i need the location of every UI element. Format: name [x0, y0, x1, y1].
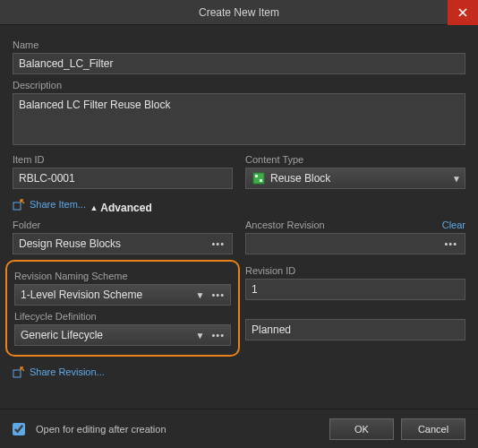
ancestor-field[interactable]: ••• — [245, 233, 465, 254]
svg-rect-4 — [13, 370, 21, 377]
lifecycle-browse-button[interactable]: ••• — [209, 330, 226, 340]
lifecycle-state-field: Planned — [245, 319, 465, 340]
chevron-down-icon: ▼ — [196, 331, 205, 340]
revision-id-label: Revision ID — [245, 265, 465, 276]
chevron-down-icon: ▼ — [196, 290, 205, 300]
folder-browse-button[interactable]: ••• — [209, 238, 226, 249]
folder-value: Design Reuse Blocks — [19, 237, 204, 250]
share-item-link[interactable]: Share Item... — [13, 198, 86, 211]
revision-scheme-label: Revision Naming Scheme — [14, 271, 231, 281]
open-after-label: Open for editing after creation — [36, 424, 322, 435]
titlebar: Create New Item — [0, 0, 478, 25]
svg-rect-0 — [253, 173, 264, 184]
share-item-label: Share Item... — [30, 199, 86, 210]
svg-rect-1 — [255, 175, 258, 177]
name-input[interactable] — [13, 53, 465, 74]
revision-scheme-value: 1-Level Revision Scheme — [21, 289, 192, 301]
item-id-input[interactable] — [13, 168, 233, 189]
description-input[interactable]: Balanced LC Filter Reuse Block — [13, 93, 465, 145]
ancestor-label-text: Ancestor Revision — [245, 220, 325, 230]
revision-scheme-select[interactable]: 1-Level Revision Scheme ▼ ••• — [14, 284, 231, 306]
content-type-label: Content Type — [245, 154, 465, 165]
svg-rect-2 — [260, 179, 262, 182]
description-label: Description — [13, 80, 465, 90]
ancestor-clear-link[interactable]: Clear — [442, 220, 465, 230]
reuse-block-icon — [252, 171, 266, 185]
footer: Open for editing after creation OK Cance… — [0, 409, 478, 448]
folder-field[interactable]: Design Reuse Blocks ••• — [13, 233, 233, 254]
open-after-checkbox[interactable] — [13, 423, 25, 435]
triangle-down-icon: ▲ — [90, 203, 98, 212]
name-label: Name — [13, 39, 465, 50]
lifecycle-value: Generic Lifecycle — [21, 329, 192, 341]
lifecycle-label: Lifecycle Definition — [14, 311, 231, 322]
revision-scheme-browse-button[interactable]: ••• — [209, 289, 226, 300]
svg-rect-3 — [13, 202, 21, 210]
window-title: Create New Item — [199, 6, 279, 19]
share-revision-label: Share Revision... — [30, 366, 105, 377]
advanced-label: Advanced — [100, 202, 151, 214]
lifecycle-select[interactable]: Generic Lifecycle ▼ ••• — [14, 324, 231, 346]
content-type-value: Reuse Block — [270, 172, 448, 185]
content-type-select[interactable]: Reuse Block ▼ — [245, 168, 465, 189]
highlighted-region: Revision Naming Scheme 1-Level Revision … — [5, 260, 240, 357]
chevron-down-icon: ▼ — [452, 174, 461, 184]
share-icon — [13, 198, 25, 211]
revision-id-input[interactable] — [245, 279, 465, 300]
lifecycle-state-value: Planned — [252, 323, 459, 336]
ancestor-label: Ancestor Revision Clear — [245, 220, 465, 230]
ok-button[interactable]: OK — [329, 418, 394, 440]
advanced-section-toggle[interactable]: ▲ Advanced — [90, 202, 151, 214]
folder-label: Folder — [13, 220, 233, 230]
item-id-label: Item ID — [13, 154, 233, 165]
share-revision-link[interactable]: Share Revision... — [13, 366, 105, 378]
close-button[interactable] — [448, 0, 478, 25]
share-icon — [13, 366, 25, 378]
cancel-button[interactable]: Cancel — [401, 418, 465, 440]
ancestor-browse-button[interactable]: ••• — [442, 238, 459, 249]
close-icon — [458, 8, 467, 17]
